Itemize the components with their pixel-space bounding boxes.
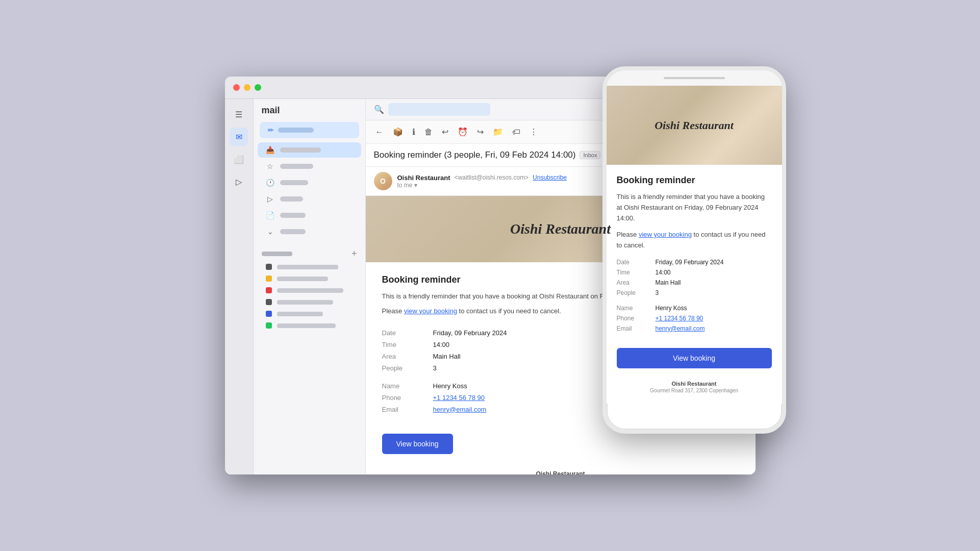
search-icon: 🔍	[374, 105, 384, 114]
phone-row-name: Name Henry Koss	[617, 303, 772, 313]
tag-dot-1	[266, 264, 272, 270]
tag-item-5[interactable]	[258, 308, 361, 319]
folder-button[interactable]: 📁	[491, 126, 505, 138]
sidebar-icon-chat[interactable]: ⬜	[230, 150, 248, 168]
compose-label-bar	[278, 128, 314, 133]
nav-more-label	[280, 229, 306, 234]
sidebar-icon-hamburger[interactable]: ☰	[230, 105, 248, 123]
forward-button[interactable]: ↪	[475, 126, 485, 138]
phone-row-area: Area Main Hall	[617, 278, 772, 288]
snoozed-icon: 🕐	[266, 179, 275, 187]
add-tag-button[interactable]: +	[351, 248, 357, 259]
sender-avatar: O	[374, 172, 392, 190]
unsubscribe-link[interactable]: Unsubscribe	[533, 174, 567, 181]
phone-notch-bar	[664, 77, 725, 79]
tag-dot-5	[266, 311, 272, 317]
tag-item-6[interactable]	[258, 320, 361, 331]
phone-row-time: Time 14:00	[617, 267, 772, 278]
tags-title-bar	[262, 252, 292, 256]
tag-dot-6	[266, 322, 272, 329]
compose-icon: ✏	[268, 126, 274, 134]
phone-row-email: Email henry@email.com	[617, 323, 772, 334]
close-button[interactable]	[233, 84, 240, 91]
sender-email: <waitlist@oishi.resos.com>	[455, 174, 529, 181]
tag-label-4	[277, 300, 333, 305]
phone-view-booking-button[interactable]: View booking	[617, 348, 772, 368]
reply-button[interactable]: ↩	[440, 126, 450, 138]
nav-sent-label	[280, 196, 303, 202]
phone-booking-title: Booking reminder	[617, 175, 772, 186]
phone-row-phone: Phone +1 1234 56 78 90	[617, 313, 772, 323]
info-button[interactable]: ℹ	[411, 126, 417, 138]
tag-item-3[interactable]	[258, 285, 361, 296]
tag-label-2	[277, 277, 328, 281]
nav-starred-label	[280, 164, 313, 169]
view-booking-button[interactable]: View booking	[382, 434, 453, 454]
phone-notch	[607, 70, 782, 86]
compose-button[interactable]: ✏	[260, 122, 359, 138]
phone-link[interactable]: +1 1234 56 78 90	[433, 394, 485, 402]
tag-label-5	[277, 312, 323, 316]
restaurant-name-banner: Oishi Restaurant	[510, 221, 611, 237]
email-link[interactable]: henry@email.com	[433, 406, 487, 413]
app-title: mail	[262, 105, 280, 116]
minimize-button[interactable]	[244, 84, 250, 91]
sidebar-icon-mail[interactable]: ✉	[230, 128, 248, 146]
phone-restaurant-name: Oishi Restaurant	[655, 119, 734, 132]
tag-label-1	[277, 265, 338, 269]
tag-item-2[interactable]	[258, 273, 361, 284]
maximize-button[interactable]	[255, 84, 261, 91]
phone-details-table: Date Friday, 09 February 2024 Time 14:00…	[617, 257, 772, 334]
tag-label-3	[277, 288, 343, 293]
sidebar-icon-video[interactable]: ▷	[230, 172, 248, 191]
phone-row-people: People 3	[617, 288, 772, 298]
snooze-button[interactable]: ⏰	[456, 126, 469, 138]
archive-button[interactable]: 📦	[391, 126, 405, 138]
nav-snoozed-label	[280, 180, 308, 185]
phone-view-booking-link[interactable]: view your booking	[639, 231, 692, 238]
phone-footer-address: Gourmet Road 317, 2300 Copenhagen	[617, 388, 772, 393]
phone-mockup: Oishi Restaurant Booking reminder This i…	[602, 66, 786, 434]
nav-item-sent[interactable]: ▷	[258, 191, 361, 207]
left-panel-header: mail	[254, 105, 365, 122]
phone-content: Booking reminder This is a friendly remi…	[607, 165, 782, 404]
view-booking-link[interactable]: view your booking	[404, 307, 457, 315]
drafts-icon: 📄	[266, 211, 275, 219]
tag-item-4[interactable]	[258, 296, 361, 308]
phone-phone-link[interactable]: +1 1234 56 78 90	[656, 315, 703, 322]
more-button[interactable]: ⋮	[528, 126, 539, 138]
nav-item-snoozed[interactable]: 🕐	[258, 175, 361, 190]
tag-dot-2	[266, 276, 272, 282]
sidebar: ☰ ✉ ⬜ ▷	[225, 99, 254, 474]
phone-booking-desc-2: Please view your booking to contact us i…	[617, 230, 772, 251]
nav-inbox-label	[280, 147, 321, 153]
phone-booking-desc: This is a friendly reminder that you hav…	[617, 192, 772, 223]
sender-name: Oishi Restaurant	[397, 174, 450, 182]
nav-item-inbox[interactable]: 📥	[258, 142, 361, 158]
delete-button[interactable]: 🗑	[423, 126, 434, 138]
nav-item-drafts[interactable]: 📄	[258, 208, 361, 223]
left-panel: mail ✏ 📥 ☆ 🕐	[254, 99, 366, 474]
email-subject: Booking reminder (3 people, Fri, 09 Feb …	[374, 150, 576, 160]
phone-banner: Oishi Restaurant	[607, 86, 782, 165]
nav-drafts-label	[280, 213, 306, 218]
email-footer-name: Oishi Restaurant	[382, 462, 739, 474]
phone-row-date: Date Friday, 09 February 2024	[617, 257, 772, 267]
search-input[interactable]	[388, 103, 490, 116]
tag-item-1[interactable]	[258, 261, 361, 272]
tag-dot-3	[266, 287, 272, 293]
tag-button[interactable]: 🏷	[511, 126, 522, 138]
more-icon: ⌄	[266, 228, 275, 236]
inbox-tag[interactable]: Inbox	[580, 151, 600, 159]
traffic-lights	[233, 84, 261, 91]
tag-dot-4	[266, 299, 272, 305]
sent-icon: ▷	[266, 195, 275, 203]
back-button[interactable]: ←	[374, 126, 385, 138]
nav-item-starred[interactable]: ☆	[258, 159, 361, 174]
phone-footer-name: Oishi Restaurant	[617, 377, 772, 388]
phone-email-link[interactable]: henry@email.com	[656, 325, 705, 332]
nav-item-more[interactable]: ⌄	[258, 224, 361, 239]
tag-label-6	[277, 323, 336, 328]
inbox-icon: 📥	[266, 146, 275, 154]
tags-section-header: +	[254, 244, 365, 261]
